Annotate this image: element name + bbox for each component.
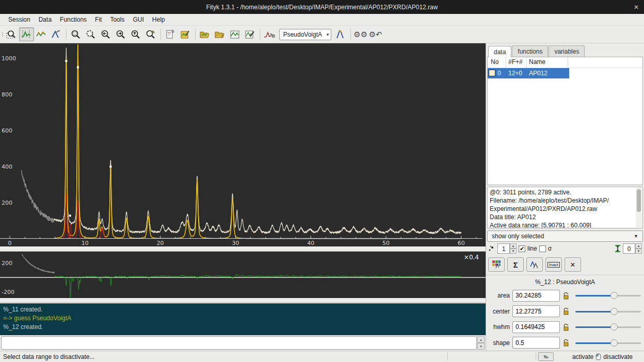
param-row-hwhm: hwhm <box>486 319 644 335</box>
status-divider <box>536 353 536 361</box>
param-center-slider[interactable] <box>572 306 642 317</box>
function-type-select[interactable]: PseudoVoigtA ▾ <box>279 29 332 40</box>
toolbar-separator <box>260 29 260 40</box>
menu-functions[interactable]: Functions <box>56 14 91 25</box>
fityk-window: Fityk 1.3.1 - /home/aleplo/test/Desktop/… <box>0 0 644 362</box>
info-scrollbar[interactable] <box>636 188 642 227</box>
edit-script-button[interactable] <box>163 27 178 41</box>
data-edit-button[interactable] <box>228 27 243 41</box>
spin-up-icon[interactable]: ▲ <box>510 243 517 249</box>
function-filter-select[interactable]: show only selected ▼ <box>487 231 643 242</box>
shift-spinner[interactable]: 0 ▲▼ <box>623 243 642 254</box>
column-name[interactable]: Name <box>527 57 568 68</box>
param-area-slider[interactable] <box>572 290 642 301</box>
param-shape-slider[interactable] <box>572 338 642 348</box>
zoom-mode-button[interactable] <box>4 27 19 41</box>
zoom-up-button[interactable] <box>128 27 143 41</box>
zoom-left-button[interactable] <box>99 27 114 41</box>
toolbar: ⁞ <box>0 26 644 43</box>
history-up-icon[interactable]: ▲ <box>477 336 485 343</box>
status-divider <box>447 353 448 361</box>
mouse-right-hint: disactivate <box>603 353 633 360</box>
run-fit-button[interactable]: ⚙⚙ <box>353 27 368 41</box>
spin-down-icon[interactable]: ▼ <box>635 249 642 254</box>
inactive-toggle-button[interactable]: Inact <box>545 257 562 272</box>
param-hwhm-slider[interactable] <box>572 322 642 332</box>
toolbar-separator <box>66 29 67 40</box>
param-shape-input[interactable] <box>512 337 560 349</box>
delete-button[interactable]: ✕ <box>565 257 581 272</box>
lock-open-icon[interactable] <box>562 339 570 347</box>
open-data-custom-button[interactable]: + <box>213 27 228 41</box>
mouse-hints-button[interactable]: ‰ <box>538 352 554 361</box>
slider-thumb[interactable] <box>610 308 618 315</box>
point-size-value[interactable]: 1 <box>497 243 510 254</box>
mouse-icon <box>595 353 601 360</box>
spin-up-icon[interactable]: ▲ <box>635 243 642 249</box>
param-label: shape <box>488 339 510 347</box>
close-icon[interactable]: ✕ <box>634 0 639 14</box>
lock-open-icon[interactable] <box>562 292 570 300</box>
menu-session[interactable]: Session <box>4 14 35 25</box>
sigma-checkbox[interactable] <box>539 245 546 252</box>
zoom-all-button[interactable] <box>69 27 84 41</box>
inactive-label-icon: Inact <box>548 262 559 268</box>
slider-thumb[interactable] <box>610 323 618 331</box>
menu-tools[interactable]: Tools <box>106 14 128 25</box>
param-center-input[interactable] <box>512 305 560 317</box>
command-input[interactable] <box>1 336 477 350</box>
undo-fit-button[interactable]: ⚙↶ <box>368 27 383 41</box>
tab-functions[interactable]: functions <box>512 45 548 57</box>
lock-open-icon[interactable] <box>562 323 570 331</box>
menu-data[interactable]: Data <box>35 14 56 25</box>
line-checkbox[interactable]: ✔ <box>519 245 525 252</box>
tab-variables[interactable]: variables <box>549 45 585 57</box>
panel-divider <box>486 275 644 275</box>
main-plot[interactable]: 20040060080010000102030405060 <box>0 43 486 246</box>
tab-data[interactable]: data <box>488 46 511 57</box>
toolbar-drag-handle[interactable]: ⁞ <box>2 30 3 38</box>
table-row[interactable]: 0 12+0 AP012 <box>488 68 569 79</box>
chart-pencil-icon <box>245 29 255 40</box>
history-down-icon[interactable]: ▼ <box>477 343 485 350</box>
param-hwhm-input[interactable] <box>512 321 560 333</box>
previous-zoom-button[interactable] <box>143 27 158 41</box>
zoom-select-button[interactable] <box>84 27 99 41</box>
data-range-mode-button[interactable] <box>19 27 34 41</box>
console-splitter[interactable] <box>0 298 486 303</box>
lock-open-icon[interactable] <box>562 307 570 315</box>
auxiliary-plot[interactable]: 200-200×0.4 <box>0 252 486 298</box>
svg-text:200: 200 <box>2 260 12 267</box>
shift-value[interactable]: 0 <box>623 243 635 254</box>
mouse-left-hint: activate <box>572 353 593 360</box>
gui-config-button[interactable] <box>178 27 193 41</box>
sum-button[interactable]: Σ <box>507 257 524 272</box>
open-data-button[interactable] <box>198 27 213 41</box>
svg-text:✦: ✦ <box>339 29 343 34</box>
zoom-right-button[interactable] <box>114 27 128 41</box>
copy-function-button[interactable] <box>526 257 543 272</box>
scrollbar-thumb[interactable] <box>637 189 641 212</box>
plot-splitter[interactable] <box>0 246 486 252</box>
spin-down-icon[interactable]: ▼ <box>510 249 517 254</box>
save-image-button[interactable] <box>243 27 257 41</box>
menu-bar: Session Data Functions Fit Tools GUI Hel… <box>0 14 644 26</box>
menu-fit[interactable]: Fit <box>91 14 106 25</box>
define-function-button[interactable] <box>262 27 277 41</box>
column-no[interactable]: No <box>488 57 506 68</box>
slider-thumb[interactable] <box>610 292 618 299</box>
color-order-button[interactable] <box>488 257 505 272</box>
param-area-input[interactable] <box>512 290 560 302</box>
dataset-checkbox[interactable] <box>489 70 495 76</box>
menu-gui[interactable]: GUI <box>128 14 148 25</box>
menu-help[interactable]: Help <box>148 14 169 25</box>
command-history-spinner[interactable]: ▲ ▼ <box>477 336 485 350</box>
dataset-info-box[interactable]: @0: 3011 points, 2789 active. Filename: … <box>487 187 643 228</box>
point-size-spinner[interactable]: 1 ▲▼ <box>497 243 517 254</box>
column-f[interactable]: #F+# <box>506 57 527 68</box>
chevron-down-icon: ▾ <box>327 32 329 37</box>
peak-draw-mode-button[interactable] <box>49 27 64 41</box>
auto-add-peak-button[interactable]: ✦ <box>333 27 348 41</box>
add-point-mode-button[interactable] <box>34 27 49 41</box>
slider-thumb[interactable] <box>610 339 618 347</box>
